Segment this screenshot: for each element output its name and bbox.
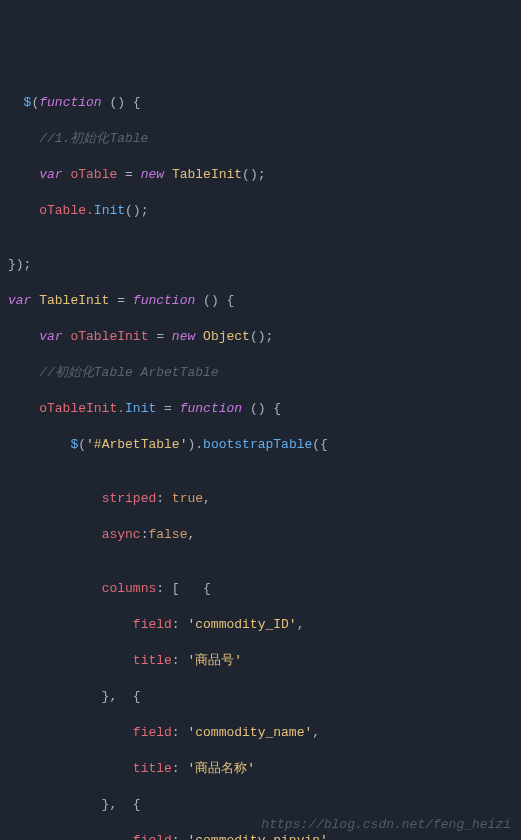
code-line: var oTableInit = new Object(); (8, 328, 513, 346)
code-line: $('#ArbetTable').bootstrapTable({ (8, 436, 513, 454)
code-line: oTable.Init(); (8, 202, 513, 220)
code-line: $(function () { (8, 94, 513, 112)
code-line: //初始化Table ArbetTable (8, 364, 513, 382)
code-line: }); (8, 256, 513, 274)
code-line: var TableInit = function () { (8, 292, 513, 310)
watermark-text: https://blog.csdn.net/feng_heizi (261, 816, 511, 834)
code-line: }, { (8, 688, 513, 706)
code-editor[interactable]: $(function () { //1.初始化Table var oTable … (8, 76, 513, 840)
code-line: var oTable = new TableInit(); (8, 166, 513, 184)
code-line: columns: [ { (8, 580, 513, 598)
code-line: field: 'commodity_name', (8, 724, 513, 742)
code-line: field: 'commodity_ID', (8, 616, 513, 634)
code-line: oTableInit.Init = function () { (8, 400, 513, 418)
code-line: async:false, (8, 526, 513, 544)
code-line: title: '商品号' (8, 652, 513, 670)
code-line: striped: true, (8, 490, 513, 508)
code-line: //1.初始化Table (8, 130, 513, 148)
code-line: }, { (8, 796, 513, 814)
code-line: title: '商品名称' (8, 760, 513, 778)
